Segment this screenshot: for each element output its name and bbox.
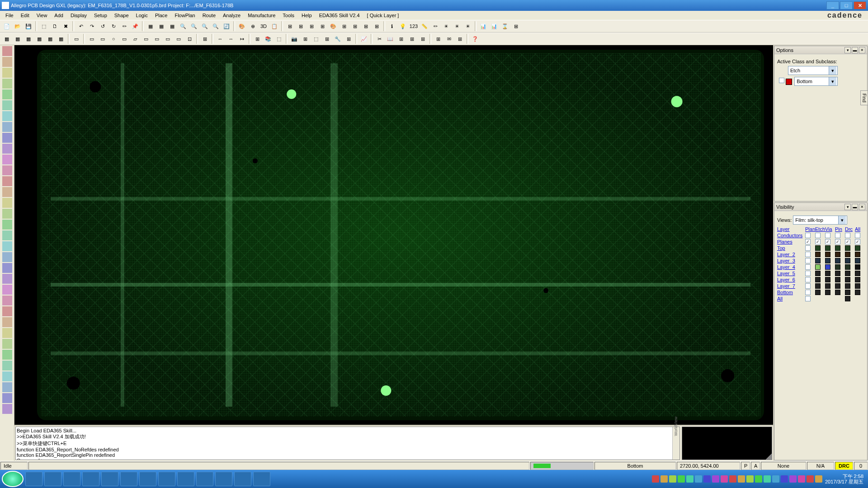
tray-icon[interactable] [652,475,659,483]
vis-layer-color[interactable] [825,252,830,257]
vis-layer-color[interactable] [855,258,860,263]
toolbar-button[interactable]: ⊞ [407,34,417,44]
toolbar-button[interactable]: 📋 [269,21,279,31]
panel-close-icon[interactable]: ✕ [859,204,865,210]
resize-grip-icon[interactable] [765,453,772,460]
toolbar-button[interactable]: ▱ [130,34,140,44]
vis-layer-color[interactable] [855,271,860,276]
vis-layer-color[interactable] [855,252,860,257]
close-button[interactable]: ✕ [854,1,866,9]
cmd-prompt[interactable]: Command > [17,458,679,460]
menu-logic[interactable]: Logic [132,12,151,19]
toolbar-button[interactable]: ⬚ [311,34,321,44]
toolbar-button[interactable]: ⊞ [455,34,465,44]
vis-col-all[interactable]: All [855,226,864,232]
taskbar-app[interactable] [101,472,118,486]
vis-layer-color[interactable] [815,271,821,276]
toolbar-button[interactable]: 📂 [13,21,23,31]
clock[interactable]: 下午 2:58 2017/3/17 星期五 [825,474,863,484]
toolbar-button[interactable]: ▭ [163,34,173,44]
vis-layer-color[interactable] [855,277,860,282]
vis-col-etch[interactable]: Etch [815,226,824,232]
side-tool-button[interactable] [2,371,12,381]
side-tool-button[interactable] [2,79,12,89]
vis-layer-color[interactable] [845,271,850,276]
side-tool-button[interactable] [2,111,12,121]
menu-place[interactable]: Place [151,12,171,19]
panel-menu-icon[interactable]: ▾ [844,204,851,210]
vis-layer-plan[interactable] [805,296,811,301]
toolbar-button[interactable]: 📊 [478,21,488,31]
taskbar-app[interactable] [120,472,137,486]
vis-layer-all[interactable]: All [777,296,804,301]
vis-col-layer[interactable]: Layer [777,226,804,232]
side-tool-button[interactable] [2,198,12,208]
toolbar-button[interactable]: ⊞ [300,34,310,44]
vis-layer-color[interactable] [855,245,860,251]
toolbar-button[interactable]: ⬚ [274,34,284,44]
toolbar-button[interactable]: ⊞ [322,34,332,44]
toolbar-button[interactable]: ✏ [430,21,440,31]
taskbar-app[interactable] [177,472,194,486]
tray-icon[interactable] [703,475,711,483]
toolbar-button[interactable]: 🗋 [50,21,60,31]
toolbar-button[interactable]: 📖 [385,34,395,44]
toolbar-button[interactable]: ⊞ [433,34,443,44]
panel-close-icon[interactable]: ✕ [859,47,865,53]
vis-layer-plan[interactable] [805,258,811,263]
vis-checkbox[interactable] [845,239,850,244]
side-tool-button[interactable] [2,263,12,273]
vis-layer-layer_2[interactable]: Layer_2 [777,252,804,257]
vis-layer-color[interactable] [815,258,821,263]
toolbar-button[interactable]: ⊞ [350,21,360,31]
vis-layer-color[interactable] [845,252,850,257]
side-tool-button[interactable] [2,230,12,240]
tray-icon[interactable] [729,475,736,483]
toolbar-button[interactable]: ▭ [98,34,108,44]
toolbar-button[interactable]: ✏ [119,21,129,31]
toolbar-button[interactable]: ⊞ [344,34,354,44]
side-tool-button[interactable] [2,68,12,78]
toolbar-button[interactable]: ▦ [156,21,166,31]
vis-checkbox[interactable] [815,233,821,238]
toolbar-button[interactable]: ▦ [167,21,177,31]
vis-layer-color[interactable] [825,264,830,270]
toolbar-button[interactable]: ✉ [444,34,454,44]
side-tool-button[interactable] [2,209,12,219]
vis-checkbox[interactable] [855,239,860,244]
toolbar-button[interactable]: ☀ [463,21,473,31]
panel-pin-icon[interactable]: ▬ [852,204,858,210]
vis-checkbox[interactable] [855,233,860,238]
tray-icon[interactable] [660,475,668,483]
vis-layer-plan[interactable] [805,271,811,276]
toolbar-button[interactable]: ⊡ [184,34,194,44]
side-tool-button[interactable] [2,350,12,360]
side-tool-button[interactable] [2,57,12,67]
vis-layer-color[interactable] [845,245,850,251]
menu-flowplan[interactable]: FlowPlan [171,12,198,19]
vis-layer-plan[interactable] [805,290,811,295]
toolbar-button[interactable]: ▦ [146,21,156,31]
vis-layer-color[interactable] [855,283,860,289]
toolbar-button[interactable]: 🔍 [211,21,221,31]
find-tab[interactable]: Find [860,90,868,105]
side-tool-button[interactable] [2,285,12,295]
vis-layer-color[interactable] [835,258,840,263]
vis-layer-color[interactable] [835,290,840,295]
tray-icon[interactable] [815,475,822,483]
side-tool-button[interactable] [2,361,12,371]
vis-plan-checkbox[interactable] [805,233,811,238]
toolbar-button[interactable]: 📄 [2,21,12,31]
vis-col-drc[interactable]: Drc [845,226,854,232]
tray-icon[interactable] [738,475,745,483]
toolbar-button[interactable]: 📈 [359,34,369,44]
vis-layer-color[interactable] [835,283,840,289]
toolbar-button[interactable]: 🔍 [189,21,199,31]
tray-icon[interactable] [686,475,693,483]
side-tool-button[interactable] [2,241,12,251]
menu-add[interactable]: Add [51,12,67,19]
side-tool-button[interactable] [2,187,12,197]
vis-layer-color[interactable] [845,277,850,282]
taskbar-app[interactable] [215,472,232,486]
vis-col-pin[interactable]: Pin [835,226,844,232]
